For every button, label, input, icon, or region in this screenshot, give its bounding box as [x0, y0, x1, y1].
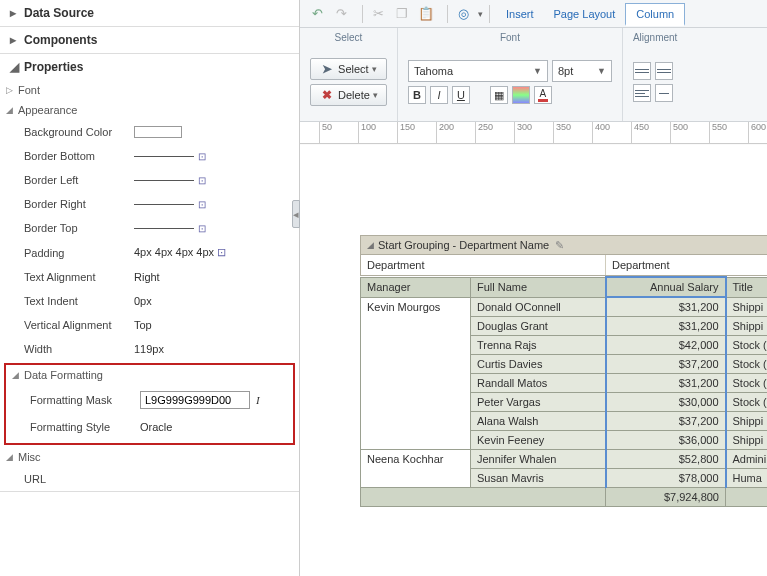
- underline-button[interactable]: U: [452, 86, 470, 104]
- border-preview[interactable]: ⊡: [134, 151, 206, 162]
- col-title[interactable]: Title: [726, 277, 768, 297]
- bold-button[interactable]: B: [408, 86, 426, 104]
- more-icon[interactable]: ⊡: [198, 223, 206, 234]
- prop-text-alignment[interactable]: Text Alignment Right: [0, 265, 299, 289]
- data-formatting-subsection[interactable]: ◢Data Formatting: [6, 365, 293, 385]
- col-full-name[interactable]: Full Name: [471, 277, 606, 297]
- cell-salary[interactable]: $36,000: [606, 431, 726, 450]
- cell-full-name[interactable]: Jennifer Whalen: [471, 450, 606, 469]
- ruler-tick: 150: [397, 122, 415, 144]
- cell-salary[interactable]: $52,800: [606, 450, 726, 469]
- prop-border-top[interactable]: Border Top ⊡: [0, 216, 299, 240]
- cell-salary[interactable]: $31,200: [606, 374, 726, 393]
- cell-salary[interactable]: $42,000: [606, 336, 726, 355]
- align-center-button[interactable]: [655, 84, 673, 102]
- cell-full-name[interactable]: Randall Matos: [471, 374, 606, 393]
- delete-button[interactable]: ✖ Delete ▾: [310, 84, 387, 106]
- cell-full-name[interactable]: Susan Mavris: [471, 469, 606, 488]
- cell-full-name[interactable]: Peter Vargas: [471, 393, 606, 412]
- table-row[interactable]: Kevin MourgosDonald OConnell$31,200Shipp…: [361, 297, 768, 317]
- font-color-button[interactable]: A: [534, 86, 552, 104]
- col-manager[interactable]: Manager: [361, 277, 471, 297]
- cell-salary[interactable]: $37,200: [606, 412, 726, 431]
- ruler-tick: 100: [358, 122, 376, 144]
- cell-salary[interactable]: $37,200: [606, 355, 726, 374]
- cell-full-name[interactable]: Donald OConnell: [471, 297, 606, 317]
- border-preview[interactable]: ⊡: [134, 199, 206, 210]
- font-family-combo[interactable]: Tahoma▼: [408, 60, 548, 82]
- select-button[interactable]: ➤ Select ▾: [310, 58, 387, 80]
- preview-icon[interactable]: ◎: [454, 5, 472, 23]
- prop-background-color[interactable]: Background Color: [0, 120, 299, 144]
- layout-canvas[interactable]: ◢ Start Grouping - Department Name ✎ Dep…: [300, 145, 767, 576]
- cell-manager[interactable]: Kevin Mourgos: [361, 297, 471, 450]
- header-cell[interactable]: Department: [606, 255, 767, 275]
- cell-full-name[interactable]: Alana Walsh: [471, 412, 606, 431]
- align-left-button[interactable]: [633, 84, 651, 102]
- fill-color-button[interactable]: [512, 86, 530, 104]
- cell-salary[interactable]: $31,200: [606, 297, 726, 317]
- cell-full-name[interactable]: Trenna Rajs: [471, 336, 606, 355]
- pencil-icon[interactable]: ✎: [555, 239, 564, 252]
- color-swatch[interactable]: [134, 126, 182, 138]
- cell-full-name[interactable]: Kevin Feeney: [471, 431, 606, 450]
- cell-title[interactable]: Stock (: [726, 374, 768, 393]
- prop-border-left[interactable]: Border Left ⊡: [0, 168, 299, 192]
- prop-padding[interactable]: Padding 4px 4px 4px 4px ⊡: [0, 240, 299, 265]
- cell-full-name[interactable]: Curtis Davies: [471, 355, 606, 374]
- redo-icon[interactable]: ↷: [332, 5, 350, 23]
- prop-border-right[interactable]: Border Right ⊡: [0, 192, 299, 216]
- tab-insert[interactable]: Insert: [496, 4, 544, 24]
- cell-title[interactable]: Admini: [726, 450, 768, 469]
- misc-subsection[interactable]: ◢Misc: [0, 447, 299, 467]
- prop-text-indent[interactable]: Text Indent 0px: [0, 289, 299, 313]
- cell-salary[interactable]: $31,200: [606, 317, 726, 336]
- grouping-band[interactable]: ◢ Start Grouping - Department Name ✎: [360, 235, 767, 255]
- prop-url[interactable]: URL: [0, 467, 299, 491]
- copy-icon[interactable]: ❐: [393, 5, 411, 23]
- border-button[interactable]: ▦: [490, 86, 508, 104]
- col-annual-salary[interactable]: Annual Salary: [606, 277, 726, 297]
- cell-manager[interactable]: Neena Kochhar: [361, 450, 471, 488]
- prop-border-bottom[interactable]: Border Bottom ⊡: [0, 144, 299, 168]
- cut-icon[interactable]: ✂: [369, 5, 387, 23]
- prop-formatting-style[interactable]: Formatting Style Oracle: [6, 415, 293, 439]
- cell-title[interactable]: Huma: [726, 469, 768, 488]
- align-top-button[interactable]: [633, 62, 651, 80]
- prop-vertical-alignment[interactable]: Vertical Alignment Top: [0, 313, 299, 337]
- border-preview[interactable]: ⊡: [134, 175, 206, 186]
- cell-title[interactable]: Stock (: [726, 336, 768, 355]
- border-preview[interactable]: ⊡: [134, 223, 206, 234]
- more-icon[interactable]: ⊡: [198, 199, 206, 210]
- more-icon[interactable]: ⊡: [217, 246, 226, 258]
- prop-width[interactable]: Width 119px: [0, 337, 299, 361]
- cell-title[interactable]: Shippi: [726, 431, 768, 450]
- cell-salary[interactable]: $30,000: [606, 393, 726, 412]
- cell-title[interactable]: Stock (: [726, 393, 768, 412]
- text-cursor-icon: I: [256, 394, 260, 406]
- paste-icon[interactable]: 📋: [417, 5, 435, 23]
- italic-button[interactable]: I: [430, 86, 448, 104]
- undo-icon[interactable]: ↶: [308, 5, 326, 23]
- cell-title[interactable]: Shippi: [726, 412, 768, 431]
- cell-title[interactable]: Shippi: [726, 317, 768, 336]
- more-icon[interactable]: ⊡: [198, 175, 206, 186]
- cell-title[interactable]: Stock (: [726, 355, 768, 374]
- formatting-mask-input[interactable]: [140, 391, 250, 409]
- tab-page-layout[interactable]: Page Layout: [544, 4, 626, 24]
- tab-column[interactable]: Column: [625, 3, 685, 26]
- section-data-source[interactable]: ▸Data Source: [0, 0, 299, 27]
- splitter-handle[interactable]: ◂: [292, 200, 300, 228]
- section-components[interactable]: ▸Components: [0, 27, 299, 54]
- header-cell[interactable]: Department: [361, 255, 606, 275]
- align-middle-button[interactable]: [655, 62, 673, 80]
- cell-salary[interactable]: $78,000: [606, 469, 726, 488]
- font-size-combo[interactable]: 8pt▼: [552, 60, 612, 82]
- more-icon[interactable]: ⊡: [198, 151, 206, 162]
- table-row[interactable]: Neena KochharJennifer Whalen$52,800Admin…: [361, 450, 768, 469]
- appearance-subsection[interactable]: ◢Appearance: [0, 100, 299, 120]
- cell-full-name[interactable]: Douglas Grant: [471, 317, 606, 336]
- font-subsection[interactable]: ▷Font: [0, 80, 299, 100]
- cell-title[interactable]: Shippi: [726, 297, 768, 317]
- properties-header[interactable]: ◢Properties: [0, 54, 299, 80]
